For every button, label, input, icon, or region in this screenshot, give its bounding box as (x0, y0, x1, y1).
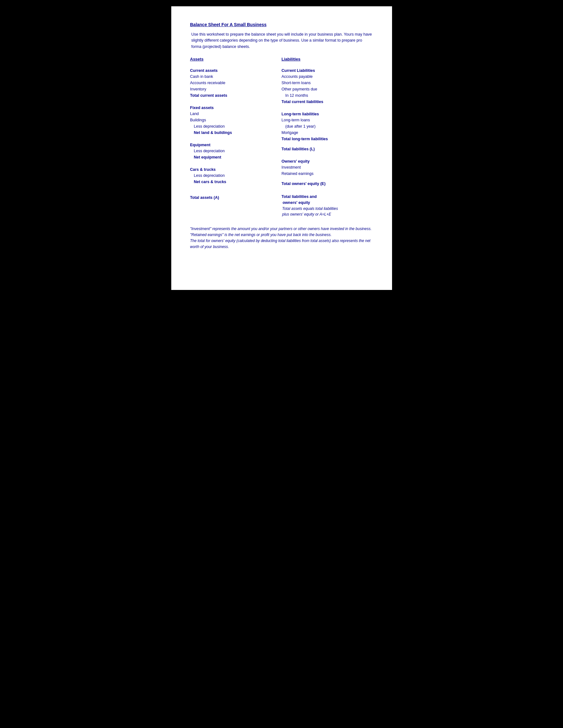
current-liabilities-header: Current Liabilities (282, 68, 373, 73)
total-long-term-liabilities: Total long-term liabilities (282, 136, 373, 142)
other-payments-due: Other payments due (282, 86, 373, 92)
net-equipment: Net equipment (190, 154, 282, 160)
balance-sheet-page: Balance Sheet For A Small Business Use t… (171, 6, 392, 290)
land: Land (190, 111, 282, 117)
liabilities-column: Liabilities Current Liabilities Accounts… (282, 57, 373, 217)
net-land-buildings: Net land & buildings (190, 130, 282, 136)
less-depreciation-buildings: Less depreciation (190, 123, 282, 130)
intro-text: Use this worksheet to prepare the balanc… (190, 32, 373, 50)
in-12-months: In 12 months (282, 92, 373, 99)
total-assets: Total assets (A) (190, 194, 282, 201)
total-current-liabilities: Total current liabilities (282, 99, 373, 105)
cash-in-bank: Cash in bank (190, 73, 282, 80)
footnote-retained-earnings: "Retained earnings" is the net earnings … (190, 232, 373, 238)
accounts-payable: Accounts payable (282, 73, 373, 80)
short-term-loans: Short-term loans (282, 80, 373, 86)
liabilities-header: Liabilities (282, 57, 373, 61)
total-liabilities: Total liabilities (L) (282, 146, 373, 152)
less-depreciation-equipment: Less depreciation (190, 148, 282, 154)
buildings: Buildings (190, 117, 282, 123)
less-depreciation-cars: Less depreciation (190, 172, 282, 179)
assets-header: Assets (190, 57, 282, 61)
equipment-header: Equipment (190, 143, 282, 147)
retained-earnings: Retained earnings (282, 170, 373, 177)
cars-trucks-header: Cars & trucks (190, 167, 282, 172)
footnote-net-worth: The total for owners' equity (calculated… (190, 238, 373, 250)
inventory: Inventory (190, 86, 282, 92)
page-title: Balance Sheet For A Small Business (190, 22, 373, 27)
main-two-col: Assets Current assets Cash in bank Accou… (190, 57, 373, 217)
total-owners-equity: Total owners' equity (E) (282, 181, 373, 187)
total-liabilities-equity-label: Total liabilities and owners' equity (282, 194, 373, 206)
investment: Investment (282, 164, 373, 170)
long-term-liabilities-header: Long-term liabilities (282, 112, 373, 116)
fixed-assets-header: Fixed assets (190, 106, 282, 110)
total-assets-equation: Total assets equals total liabilitiesplu… (282, 206, 373, 217)
accounts-receivable: Accounts receivable (190, 80, 282, 86)
footnote-investment: "Investment" represents the amount you a… (190, 226, 373, 232)
net-cars-trucks: Net cars & trucks (190, 179, 282, 185)
due-after-1-year: (due after 1 year) (282, 123, 373, 130)
current-assets-header: Current assets (190, 68, 282, 73)
total-current-assets: Total current assets (190, 92, 282, 99)
long-term-loans: Long-term loans (282, 117, 373, 123)
owners-equity-header: Owners' equity (282, 159, 373, 164)
footnotes-section: "Investment" represents the amount you a… (190, 226, 373, 250)
mortgage: Mortgage (282, 130, 373, 136)
assets-column: Assets Current assets Cash in bank Accou… (190, 57, 282, 217)
